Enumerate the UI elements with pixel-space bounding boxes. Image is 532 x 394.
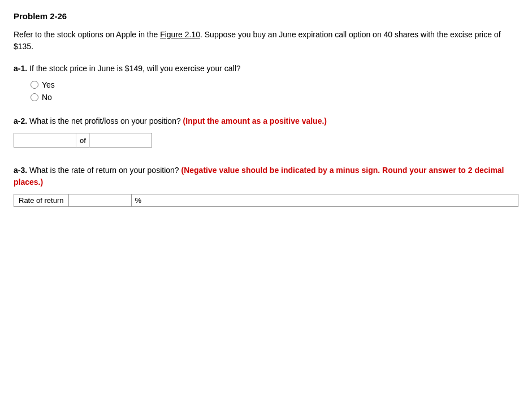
part-a2-section: a-2. What is the net profit/loss on your… [14,115,518,148]
radio-no-item: No [31,93,518,102]
rate-of-return-input[interactable] [69,194,131,206]
a1-question: a-1. If the stock price in June is $149,… [14,63,518,75]
a2-question: a-2. What is the net profit/loss on your… [14,115,518,127]
radio-yes[interactable] [31,81,38,89]
figure-link[interactable]: Figure 2.10 [160,30,200,39]
rate-input-cell [69,194,131,206]
a2-question-text: What is the net profit/loss on your posi… [29,116,183,125]
a2-of-divider: of [76,133,90,148]
part-a1-section: a-1. If the stock price in June is $149,… [14,63,518,102]
a1-radio-group: Yes No [31,80,518,102]
part-a3-section: a-3. What is the rate of return on your … [14,164,518,207]
problem-title: Problem 2-26 [14,11,518,21]
rate-of-return-label: Rate of return [14,194,69,206]
a2-input-row: of [14,133,518,148]
a1-label: a-1. [14,64,27,73]
radio-no-label: No [42,93,52,102]
rate-percent-symbol: % [131,194,145,206]
radio-yes-label: Yes [42,80,55,89]
a2-input-left[interactable] [14,133,76,148]
radio-no[interactable] [31,93,38,101]
a2-input-right[interactable] [90,133,152,148]
problem-description: Refer to the stock options on Apple in t… [14,29,518,53]
a3-label: a-3. [14,166,27,175]
a1-question-body: If the stock price in June is $149, will… [29,64,241,73]
radio-yes-item: Yes [31,80,518,89]
a3-question-text: What is the rate of return on your posit… [29,166,181,175]
a3-question: a-3. What is the rate of return on your … [14,164,518,188]
description-text-1: Refer to the stock options on Apple in t… [14,30,160,39]
a2-label: a-2. [14,116,27,125]
rate-of-return-row: Rate of return % [14,194,518,207]
a2-emphasis: (Input the amount as a positive value.) [183,116,327,125]
